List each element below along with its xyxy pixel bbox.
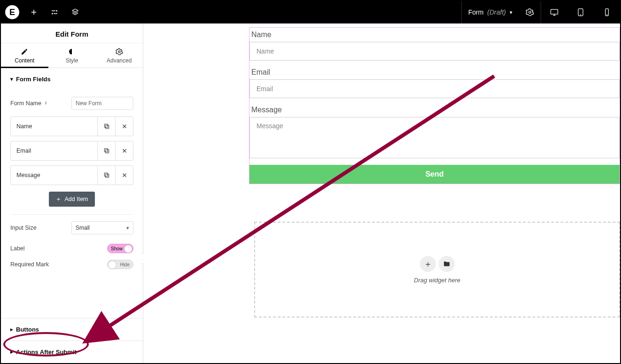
field-remove-button[interactable]: [115, 141, 133, 160]
caret-right-icon: ▸: [10, 349, 13, 355]
device-desktop-button[interactable]: [541, 1, 567, 23]
pencil-icon: [21, 48, 28, 55]
half-circle-icon: [68, 48, 76, 55]
input-size-select[interactable]: Small ▾: [71, 221, 133, 234]
svg-rect-7: [105, 125, 109, 129]
section-form-fields[interactable]: ▾ Form Fields: [1, 68, 143, 90]
preview-send-button[interactable]: Send: [249, 165, 620, 184]
structure-button[interactable]: [65, 1, 85, 23]
preview-message-input[interactable]: Message: [249, 117, 620, 158]
panel-title: Edit Form: [1, 23, 143, 43]
input-size-label: Input Size: [10, 225, 37, 231]
chevron-down-icon: ▾: [126, 225, 129, 231]
svg-rect-8: [104, 124, 108, 127]
field-item-name: Email: [11, 147, 97, 154]
folder-icon: [443, 260, 450, 268]
copy-icon: [103, 172, 110, 178]
svg-point-6: [118, 51, 120, 53]
dropzone-add-button[interactable]: ＋: [420, 256, 436, 272]
svg-rect-12: [104, 173, 108, 176]
svg-point-3: [581, 15, 581, 15]
label-toggle-label: Label: [10, 245, 25, 252]
close-icon: [121, 172, 128, 178]
plus-icon: ＋: [424, 258, 432, 270]
tab-content[interactable]: Content: [1, 43, 48, 68]
required-mark-toggle[interactable]: Hide: [107, 260, 133, 269]
field-duplicate-button[interactable]: [97, 141, 115, 160]
close-icon: [121, 123, 128, 130]
field-remove-button[interactable]: [115, 117, 133, 136]
required-mark-label: Required Mark: [10, 261, 49, 268]
preview-name-label: Name: [249, 30, 620, 40]
preview-message-label: Message: [249, 105, 620, 115]
svg-point-5: [607, 15, 607, 15]
svg-rect-11: [105, 174, 109, 178]
gear-icon: [116, 48, 123, 55]
field-item[interactable]: Email: [10, 141, 133, 161]
top-bar: E Form (Draft) ▾: [1, 1, 620, 23]
svg-point-0: [529, 11, 531, 14]
chevron-down-icon: ▾: [510, 9, 512, 15]
widget-dropzone[interactable]: ＋ Drag widget here: [254, 222, 620, 318]
copy-icon: [103, 147, 110, 154]
form-name-input[interactable]: [71, 97, 133, 110]
dropzone-text: Drag widget here: [414, 277, 460, 284]
device-mobile-button[interactable]: [594, 1, 620, 23]
caret-down-icon: ▾: [10, 76, 13, 82]
page-settings-button[interactable]: [519, 1, 541, 23]
preview-email-label: Email: [249, 67, 620, 77]
svg-rect-10: [104, 148, 108, 152]
document-name: Form: [468, 8, 484, 16]
form-name-label: Form Name: [10, 100, 41, 107]
dropzone-folder-button[interactable]: [439, 256, 455, 272]
svg-rect-9: [105, 150, 109, 153]
field-remove-button[interactable]: [115, 166, 133, 185]
field-duplicate-button[interactable]: [97, 166, 115, 185]
copy-icon: [103, 123, 110, 130]
dynamic-icon[interactable]: [44, 101, 50, 106]
label-toggle[interactable]: Show: [107, 244, 133, 253]
field-item[interactable]: Message: [10, 165, 133, 185]
tab-advanced[interactable]: Advanced: [95, 43, 143, 68]
preview-name-input[interactable]: Name: [249, 42, 620, 61]
caret-right-icon: ▸: [10, 326, 13, 333]
field-duplicate-button[interactable]: [97, 117, 115, 136]
field-item-name: Name: [11, 123, 97, 130]
svg-rect-1: [551, 9, 558, 14]
close-icon: [121, 147, 128, 154]
section-buttons[interactable]: ▸ Buttons: [1, 318, 143, 341]
editor-sidebar: Edit Form Content Style Advanced ▾ Form …: [1, 23, 143, 363]
add-element-button[interactable]: [23, 1, 44, 23]
plus-icon: ＋: [55, 195, 62, 203]
preview-email-input[interactable]: Email: [249, 79, 620, 98]
add-item-button[interactable]: ＋ Add Item: [49, 192, 95, 207]
tab-style[interactable]: Style: [48, 43, 96, 68]
elementor-logo[interactable]: E: [1, 1, 23, 23]
field-item[interactable]: Name: [10, 116, 133, 136]
form-widget[interactable]: Name Name Email Email Message Message Se…: [249, 27, 620, 184]
site-settings-button[interactable]: [44, 1, 65, 23]
device-tablet-button[interactable]: [567, 1, 594, 23]
field-item-name: Message: [11, 172, 97, 178]
preview-canvas: Name Name Email Email Message Message Se…: [143, 23, 620, 363]
document-title-dropdown[interactable]: Form (Draft) ▾: [461, 1, 519, 23]
document-status: (Draft): [487, 8, 506, 16]
section-actions-after-submit[interactable]: ▸ Actions After Submit: [1, 341, 143, 363]
